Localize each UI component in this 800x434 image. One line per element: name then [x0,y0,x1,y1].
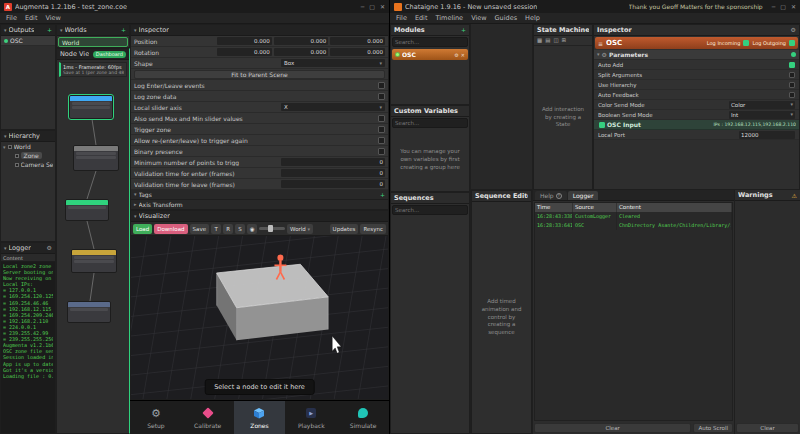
world-select[interactable]: World ▾ [287,224,313,234]
log-outgoing-checkbox[interactable] [789,40,795,46]
position-value-field[interactable]: 0.000 [217,37,272,45]
parameter-checkbox[interactable] [789,92,795,98]
chevron-down-icon[interactable]: ▾ [4,28,7,33]
download-button[interactable]: Download [154,224,187,234]
translate-button[interactable]: T [211,224,221,234]
position-value-field[interactable]: 0.000 [274,37,329,45]
resync-button[interactable]: Resync [360,224,386,234]
output-item[interactable]: OSC [1,36,55,46]
minimize-icon[interactable]: ─ [772,3,776,10]
statemachine-toolbar-icon[interactable]: ⊞ [562,38,567,44]
module-enable-toggle[interactable] [395,52,400,57]
number-field[interactable]: 0 [281,180,385,188]
logger-gear-icon[interactable]: ⚙ [47,245,52,251]
parameters-section-header[interactable]: ▾ ⚙ Parameters [594,50,799,60]
custom-variables-search-input[interactable] [392,118,468,128]
save-button[interactable]: Save [190,224,210,234]
menu-item[interactable]: View [467,13,490,23]
graph-node[interactable] [71,249,117,273]
chevron-down-icon[interactable]: ▾ [3,144,6,150]
menu-item[interactable]: Edit [411,13,432,23]
statemachine-toolbar-icon[interactable]: ◫ [553,38,558,44]
number-field[interactable]: 0 [281,169,385,177]
scale-button[interactable]: S [235,224,245,234]
rotate-button[interactable]: R [223,224,233,234]
number-field[interactable]: 0 [281,158,385,166]
inspected-module-header[interactable]: ≡ OSC Log Incoming Log Outgoing [595,37,798,49]
logger-clear-button[interactable]: Clear [534,423,691,433]
chevron-down-icon[interactable]: ▾ [134,28,137,33]
toggle-checkbox[interactable] [378,93,385,100]
zoom-slider-thumb[interactable] [268,225,273,232]
tab-playback[interactable]: ▶ Playback [285,401,337,434]
statemachine-toolbar-icon[interactable]: ▦ [537,38,542,44]
parameter-select[interactable]: Color ▾ [729,101,795,109]
add-module-icon[interactable]: + [461,27,466,33]
hierarchy-item[interactable]: ▾ Camera Setup [1,160,55,169]
rotation-value-field[interactable]: 0.000 [330,48,385,56]
toggle-checkbox[interactable] [378,137,385,144]
menu-item[interactable]: Edit [21,13,42,23]
minimize-icon[interactable]: ─ [361,3,365,10]
parameter-checkbox[interactable] [789,72,795,78]
tab-simulate[interactable]: Simulate [337,401,389,434]
visibility-checkbox[interactable] [15,163,19,167]
tab-zones[interactable]: Zones [234,401,286,434]
osc-input-section-header[interactable]: OSC Input IPs : 192.168.12.115,192.168.2… [594,120,799,130]
maximize-icon[interactable]: ▢ [780,3,786,10]
load-button[interactable]: Load [133,224,152,234]
module-gear-icon[interactable]: ⚙ [454,52,458,58]
statemachine-toolbar-icon[interactable]: ▤ [545,38,550,44]
log-incoming-checkbox[interactable] [743,40,749,46]
menu-item[interactable]: Help [521,13,544,23]
close-icon[interactable]: ✕ [380,3,385,10]
hierarchy-item[interactable]: ▾ Zone [1,151,55,160]
menu-item[interactable]: File [392,13,411,23]
menu-item[interactable]: View [41,13,64,23]
parameter-select[interactable]: Int ▾ [729,111,795,119]
menu-item[interactable]: File [2,13,21,23]
visibility-checkbox[interactable] [8,145,12,149]
maximize-icon[interactable]: ▢ [369,3,375,10]
camera-icon[interactable]: ◉ [247,224,257,234]
node-graph[interactable] [57,79,129,433]
chevron-down-icon[interactable]: ▾ [4,134,7,139]
chevron-down-icon[interactable]: ▾ [60,28,63,33]
toggle-checkbox[interactable] [378,148,385,155]
position-value-field[interactable]: 0.000 [330,37,385,45]
tags-section-header[interactable]: ▾ Tags + [131,190,388,200]
chevron-down-icon[interactable]: ▾ [134,214,137,219]
close-icon[interactable]: ✕ [791,3,796,10]
menu-item[interactable]: Guides [491,13,521,23]
toggle-checkbox[interactable] [378,115,385,122]
add-tag-icon[interactable]: + [380,192,385,198]
toggle-checkbox[interactable] [378,126,385,133]
axis-transform-section-header[interactable]: ▸ Axis Transform [131,200,388,210]
visibility-checkbox[interactable] [15,154,19,158]
module-item-osc[interactable]: OSC ⚙ ✕ [392,49,468,60]
zoom-slider[interactable] [259,227,285,230]
rotation-value-field[interactable]: 0.000 [217,48,272,56]
chevron-down-icon[interactable]: ▾ [4,246,7,251]
sequences-search-input[interactable] [392,205,468,215]
graph-node[interactable] [73,145,119,171]
add-output-icon[interactable]: + [47,27,52,33]
tab-logger[interactable]: Logger [568,191,599,200]
add-world-icon[interactable]: + [121,27,126,33]
module-remove-icon[interactable]: ✕ [461,52,465,58]
viewport-3d[interactable]: Select a node to edit it here [131,236,388,399]
dashboard-toggle[interactable]: Dashboard [93,51,126,58]
menu-item[interactable]: Timeline [431,13,467,23]
tab-calibrate[interactable]: Calibrate [182,401,234,434]
local-port-field[interactable]: 12000 [739,131,795,139]
world-item[interactable]: World [58,37,128,47]
shape-select[interactable]: Box ▾ [281,59,385,67]
logger-autoscroll-button[interactable]: Auto Scroll [693,423,733,433]
slider-axis-select[interactable]: X ▾ [281,103,385,111]
modules-search-input[interactable] [392,37,468,47]
parameter-checkbox[interactable] [789,62,795,68]
hierarchy-item[interactable]: ▾ World [1,142,55,151]
graph-node[interactable] [69,95,113,119]
rotation-value-field[interactable]: 0.000 [274,48,329,56]
warnings-clear-button[interactable]: Clear [736,423,799,433]
